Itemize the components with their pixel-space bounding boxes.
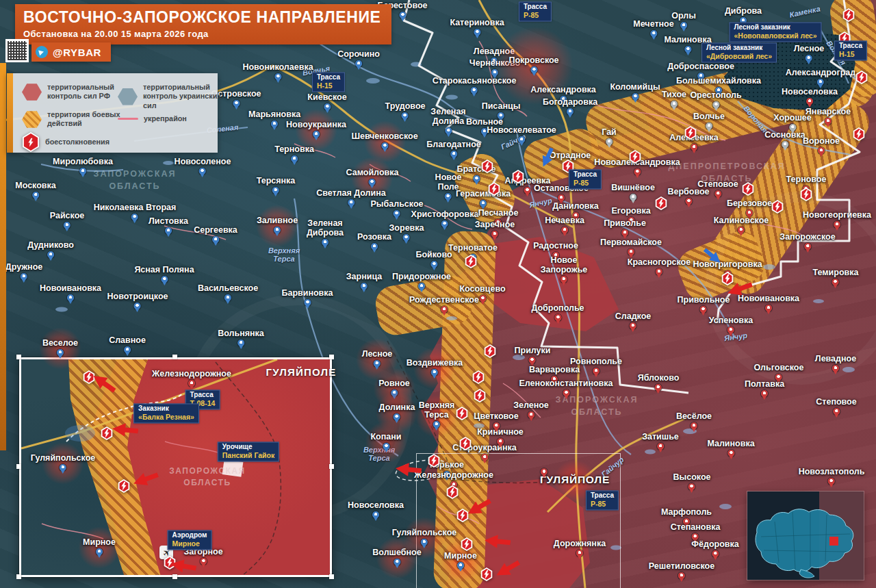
town-label: Христофоровка (411, 209, 479, 219)
town-marker (473, 175, 480, 182)
town-label: Придорожное (392, 272, 451, 281)
clash-icon (684, 126, 697, 140)
town-marker (348, 199, 355, 206)
ua-control-icon (118, 88, 138, 105)
town-label: Березовое (727, 199, 772, 208)
town-marker (134, 303, 141, 309)
town-label: Листовка (149, 216, 188, 226)
route-badge: Лесной заказник«Дибровский лес» (701, 42, 777, 62)
town: Новосоленое (175, 157, 231, 175)
town-marker (576, 550, 583, 557)
town-marker (518, 136, 525, 143)
town-label: Марфополь (661, 507, 712, 517)
town-marker (684, 46, 691, 53)
town-label: Терновка (274, 144, 314, 154)
legend-label: укрепрайон (144, 114, 224, 123)
town-label: Вороное (803, 136, 840, 146)
town: Нечаевка (545, 216, 584, 233)
town-marker (450, 151, 457, 157)
town-marker (304, 299, 311, 306)
town-label: Верхняя Терса (419, 400, 455, 420)
edge-accent-bar (0, 63, 6, 450)
town-label: Терноватое (448, 243, 498, 253)
town: Самойловка (346, 168, 399, 186)
town-label: Воздвижевка (407, 358, 463, 368)
town-label: Сергеевка (194, 225, 237, 235)
town: Лесное (794, 44, 825, 62)
town-marker (634, 168, 641, 175)
town-label: Дорожнянка (554, 539, 606, 548)
town-marker (445, 193, 452, 200)
town-label: Новоивановка (40, 283, 101, 293)
town: Степановка (671, 522, 721, 540)
clash-icon (655, 196, 667, 210)
town-label: Коломийцы (610, 82, 660, 92)
town-label: Терсянка (257, 176, 296, 186)
rf-advance-arrow (484, 533, 511, 550)
town-label: Новониколаевка (242, 62, 313, 72)
town-label: Доброспасовое (667, 62, 734, 71)
map-title: ВОСТОЧНО-ЗАПОРОЖСКОЕ НАПРАВЛЕНИЕ (23, 8, 381, 27)
town-marker (188, 380, 195, 387)
town-label: Волшебное (372, 548, 421, 557)
clash-icon (83, 370, 95, 384)
town-marker (445, 127, 452, 134)
town-marker (529, 357, 536, 363)
town-label: Катериновка (450, 18, 504, 27)
town-label: Копани (370, 432, 401, 442)
town-label: ГУЛЯЙПОЛЕ (540, 474, 610, 485)
town: Вороное (803, 136, 840, 154)
town-marker (57, 349, 64, 356)
town: Киевское (307, 92, 346, 110)
town: Зарница (346, 272, 382, 290)
town: Затишье (642, 432, 679, 450)
town-marker (224, 294, 231, 301)
town-label: Заливное (257, 216, 298, 225)
town-marker (32, 192, 39, 199)
town-marker (700, 306, 707, 313)
town-marker (832, 279, 839, 285)
town: Лесное (362, 349, 393, 367)
town-label: Отрадное (550, 151, 591, 160)
town: Новониколаевка (242, 62, 313, 80)
river-label: Каменка (788, 4, 821, 18)
town-marker (558, 194, 565, 201)
town: Райское (50, 211, 84, 229)
clash-icon (480, 567, 493, 581)
town: Запорожское (780, 232, 835, 250)
town-marker (671, 101, 678, 107)
town: Вишнёвое (611, 183, 655, 201)
town: Гуляйпольское (31, 453, 95, 471)
town: Бойково (415, 250, 452, 268)
town-label: Александроград (786, 68, 855, 77)
town-marker (274, 73, 281, 80)
town-label: Дудниково (27, 240, 74, 250)
combat-zone-icon (22, 110, 42, 128)
town: Диброва (725, 6, 762, 24)
town-label: Даниловка (552, 201, 598, 211)
clash-icon (22, 132, 40, 152)
town: Придорожное (392, 272, 451, 290)
town-marker (657, 443, 664, 450)
town: Рождественское (409, 295, 479, 313)
town-label: Мирное (83, 537, 116, 547)
clash-icon (488, 182, 500, 196)
rf-advance-arrow (131, 468, 160, 491)
town-label: Лесное (794, 44, 825, 53)
town-label: Гай (602, 127, 617, 137)
town-label: Первомайское (600, 238, 662, 247)
town-marker (817, 79, 824, 86)
town: Железнодорожное (152, 369, 231, 387)
town-marker (528, 411, 534, 418)
town-marker (47, 251, 54, 258)
town-label: Косовцево (459, 284, 505, 294)
town: Зоревка (389, 223, 424, 241)
town-label: Красногорское (628, 257, 691, 267)
town: Левадное (815, 354, 856, 372)
town-marker (541, 468, 548, 475)
town-label: Новозлатополь (799, 467, 865, 476)
town-marker (738, 227, 745, 233)
town-label: Приволье (604, 218, 646, 228)
legend-label: территориальный контроль сил РФ (47, 83, 128, 101)
clash-icon (771, 200, 784, 214)
